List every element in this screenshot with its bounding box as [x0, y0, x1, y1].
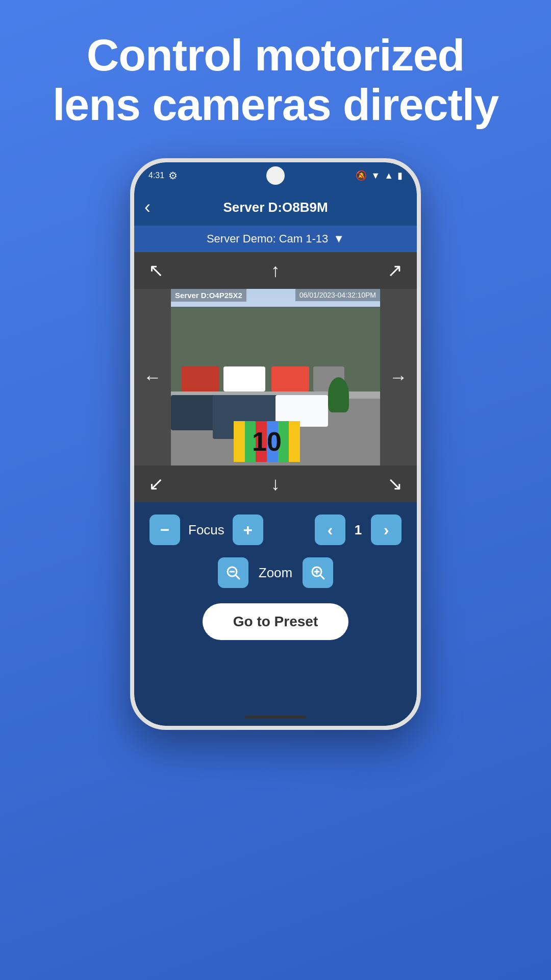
direction-top-left-button[interactable]: ↖: [148, 260, 164, 281]
phone-shell: 4:31 ⚙ 🔕 ▼ ▲ ▮ ‹ Server D:O8B9M: [130, 158, 421, 730]
focus-controls: − Focus +: [149, 514, 263, 545]
direction-bottom-left-button[interactable]: ↙: [148, 473, 164, 495]
gear-icon: ⚙: [168, 169, 178, 182]
svg-line-2: [236, 575, 239, 579]
camera-image: 10 Server D:O4P25X2 06/01/2023-04:32:10P…: [171, 289, 380, 465]
back-button[interactable]: ‹: [144, 197, 151, 218]
focus-label: Focus: [188, 522, 224, 538]
camera-notch: [266, 166, 285, 185]
dropdown-arrow-icon: ▼: [333, 232, 344, 246]
sign-number: 10: [234, 421, 300, 462]
hero-title: Control motorized lens cameras directly: [0, 0, 551, 150]
status-bar: 4:31 ⚙ 🔕 ▼ ▲ ▮: [134, 162, 417, 189]
camera-selector[interactable]: Server Demo: Cam 1-13 ▼: [134, 226, 417, 252]
zoom-out-icon: [225, 565, 241, 581]
status-icons: 🔕 ▼ ▲ ▮: [356, 170, 403, 181]
focus-row: − Focus + ‹ 1 ›: [149, 514, 402, 545]
zoom-row: Zoom: [149, 557, 402, 588]
wifi-icon: ▼: [371, 170, 380, 181]
zoom-in-icon: [310, 565, 326, 581]
preset-navigation: ‹ 1 ›: [315, 514, 402, 545]
camera-timestamp: 06/01/2023-04:32:10PM: [295, 289, 380, 301]
camera-view: ↖ ↑ ↗: [134, 252, 417, 502]
zoom-out-button[interactable]: [218, 557, 248, 588]
status-left: 4:31 ⚙: [148, 169, 178, 182]
app-header: ‹ Server D:O8B9M: [134, 189, 417, 226]
preset-next-button[interactable]: ›: [371, 514, 402, 545]
controls-section: − Focus + ‹ 1 ›: [134, 502, 417, 726]
direction-up-button[interactable]: ↑: [271, 260, 280, 281]
mute-icon: 🔕: [356, 170, 367, 181]
signal-icon: ▲: [384, 170, 393, 181]
zoom-label: Zoom: [259, 565, 292, 581]
page-background: Control motorized lens cameras directly …: [0, 0, 551, 980]
camera-label: Server D:O4P25X2: [171, 289, 246, 302]
phone-inner: 4:31 ⚙ 🔕 ▼ ▲ ▮ ‹ Server D:O8B9M: [134, 162, 417, 726]
battery-icon: ▮: [397, 170, 403, 181]
direction-left-button[interactable]: ←: [143, 366, 162, 388]
status-time: 4:31: [148, 171, 164, 180]
direction-left-area[interactable]: ←: [134, 289, 171, 465]
direction-right-area[interactable]: →: [380, 289, 417, 465]
direction-top-right-button[interactable]: ↗: [387, 260, 403, 281]
phone-content: 4:31 ⚙ 🔕 ▼ ▲ ▮ ‹ Server D:O8B9M: [134, 162, 417, 726]
direction-bottom-right-button[interactable]: ↘: [387, 473, 403, 495]
direction-right-button[interactable]: →: [389, 366, 408, 388]
preset-number: 1: [350, 522, 366, 538]
camera-selector-label: Server Demo: Cam 1-13: [207, 232, 328, 246]
goto-preset-button[interactable]: Go to Preset: [203, 603, 348, 640]
direction-bottom-bar: ↙ ↓ ↘: [134, 465, 417, 502]
focus-plus-button[interactable]: +: [233, 514, 263, 545]
direction-down-button[interactable]: ↓: [271, 473, 280, 495]
header-title: Server D:O8B9M: [223, 200, 328, 215]
preset-prev-button[interactable]: ‹: [315, 514, 345, 545]
direction-top-bar: ↖ ↑ ↗: [134, 252, 417, 289]
focus-minus-button[interactable]: −: [149, 514, 180, 545]
zoom-in-button[interactable]: [303, 557, 333, 588]
home-indicator: [245, 716, 306, 719]
svg-line-6: [320, 575, 324, 579]
